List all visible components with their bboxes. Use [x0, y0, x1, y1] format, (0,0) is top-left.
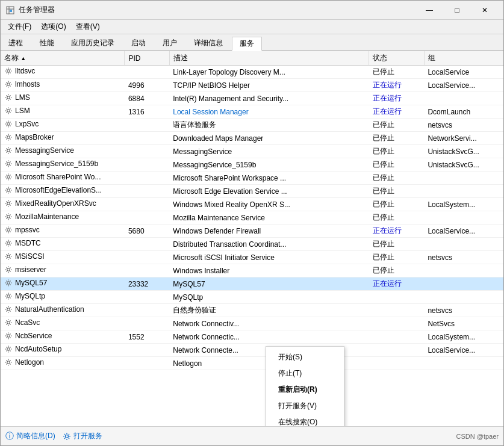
cell-desc: Distributed Transaction Coordinat...	[169, 238, 369, 251]
cell-group	[424, 357, 503, 370]
cell-group: DcomLaunch	[424, 105, 503, 119]
open-service-label[interactable]: 打开服务	[73, 431, 102, 441]
col-header-group[interactable]: 组	[424, 51, 503, 66]
cell-name: NcbService	[1, 330, 125, 344]
menu-view[interactable]: 查看(V)	[71, 20, 105, 34]
cell-pid	[125, 317, 169, 330]
svg-point-27	[65, 435, 68, 438]
cell-name: MSDTC	[1, 238, 125, 251]
minimize-button[interactable]: —	[415, 1, 443, 20]
cell-group: LocalService...	[424, 344, 503, 357]
cell-group: NetworkServi...	[424, 132, 503, 145]
context-menu-item-0[interactable]: 开始(S)	[266, 349, 344, 365]
cell-desc: Microsoft SharePoint Workspace ...	[169, 172, 369, 185]
table-row[interactable]: lmhosts4996TCP/IP NetBIOS Helper正在运行Loca…	[1, 79, 503, 92]
cell-desc: Microsoft Edge Elevation Service ...	[169, 185, 369, 198]
cell-status: 已停止	[369, 185, 425, 198]
cell-desc: Downloaded Maps Manager	[169, 132, 369, 145]
open-service-link[interactable]: 打开服务	[63, 431, 102, 441]
tab-performance[interactable]: 性能	[32, 36, 62, 50]
svg-point-14	[7, 202, 10, 205]
cell-desc: MySQLtp	[169, 291, 369, 304]
table-row[interactable]: MySQL5723332MySQL57正在运行	[1, 277, 503, 291]
cell-name: lmhosts	[1, 79, 125, 92]
cell-pid	[125, 304, 169, 317]
cell-status: 正在运行	[369, 92, 425, 105]
cell-pid	[125, 145, 169, 158]
table-row[interactable]: MozillaMaintenanceMozilla Maintenance Se…	[1, 211, 503, 225]
svg-point-23	[7, 321, 10, 324]
cell-pid: 1316	[125, 105, 169, 119]
cell-group: LocalSystem...	[424, 198, 503, 211]
cell-desc: Windows Mixed Reality OpenXR S...	[169, 198, 369, 211]
task-manager-window: 任务管理器 — □ ✕ 文件(F) 选项(O) 查看(V) 进程 性能 应用历史…	[0, 0, 504, 446]
table-row[interactable]: LMS6884Intel(R) Management and Security.…	[1, 92, 503, 105]
tab-services[interactable]: 服务	[232, 37, 262, 51]
col-header-desc[interactable]: 描述	[169, 51, 369, 66]
cell-group	[424, 185, 503, 198]
tab-app-history[interactable]: 应用历史记录	[63, 36, 122, 50]
cell-status: 已停止	[369, 264, 425, 277]
context-menu-item-2[interactable]: 重新启动(R)	[266, 382, 344, 398]
tab-details[interactable]: 详细信息	[186, 36, 231, 50]
table-row[interactable]: NaturalAuthentication自然身份验证netsvcs	[1, 304, 503, 317]
svg-point-17	[7, 242, 10, 244]
cell-desc: Intel(R) Management and Security...	[169, 92, 369, 105]
svg-point-20	[7, 282, 10, 284]
tab-startup[interactable]: 启动	[123, 36, 154, 50]
table-row[interactable]: NcbService1552Network Connectic...LocalS…	[1, 330, 503, 344]
cell-group: netsvcs	[424, 251, 503, 264]
cell-name: MySQLtp	[1, 291, 125, 304]
table-row[interactable]: lltdsvcLink-Layer Topology Discovery M..…	[1, 66, 503, 79]
tab-users[interactable]: 用户	[155, 36, 185, 50]
table-row[interactable]: MSiSCSIMicrosoft iSCSI Initiator Service…	[1, 251, 503, 264]
table-row[interactable]: LxpSvc语言体验服务已停止netsvcs	[1, 119, 503, 132]
table-row[interactable]: NcdAutoSetupNetwork Connecte...LocalServ…	[1, 344, 503, 357]
cell-name: MSiSCSI	[1, 251, 125, 264]
close-button[interactable]: ✕	[471, 1, 499, 20]
maximize-button[interactable]: □	[443, 1, 471, 20]
cell-group	[424, 264, 503, 277]
table-row[interactable]: MySQLtpMySQLtp	[1, 291, 503, 304]
cell-group: LocalService...	[424, 225, 503, 238]
svg-point-13	[7, 189, 10, 191]
table-row[interactable]: msiserverWindows Installer已停止	[1, 264, 503, 277]
brief-info-label[interactable]: 简略信息(D)	[16, 431, 55, 441]
table-row[interactable]: MicrosoftEdgeElevationS...Microsoft Edge…	[1, 185, 503, 198]
cell-name: LSM	[1, 105, 125, 119]
cell-name: NcaSvc	[1, 317, 125, 330]
brief-info-link[interactable]: ⓘ 简略信息(D)	[5, 431, 55, 442]
table-row[interactable]: MSDTCDistributed Transaction Coordinat..…	[1, 238, 503, 251]
menu-options[interactable]: 选项(O)	[36, 20, 70, 34]
table-row[interactable]: Microsoft SharePoint Wo...Microsoft Shar…	[1, 172, 503, 185]
table-scroll[interactable]: 名称 ▲ PID 描述 状态 组 lltdsvcLink-Layer Topol…	[1, 51, 503, 426]
cell-status: 已停止	[369, 119, 425, 132]
cell-status	[369, 291, 425, 304]
col-header-pid[interactable]: PID	[125, 51, 169, 66]
table-row[interactable]: MixedRealityOpenXRSvcWindows Mixed Reali…	[1, 198, 503, 211]
context-menu-item-1[interactable]: 停止(T)	[266, 365, 344, 382]
cell-pid	[125, 291, 169, 304]
svg-point-9	[7, 136, 10, 138]
table-row[interactable]: LSM1316Local Session Manager正在运行DcomLaun…	[1, 105, 503, 119]
table-row[interactable]: NcaSvcNetwork Connectiv...NetSvcs	[1, 317, 503, 330]
table-row[interactable]: MessagingServiceMessagingService已停止Unist…	[1, 145, 503, 158]
context-menu-item-4[interactable]: 在线搜索(O)	[266, 414, 344, 426]
table-row[interactable]: MapsBrokerDownloaded Maps Manager已停止Netw…	[1, 132, 503, 145]
cell-desc: Mozilla Maintenance Service	[169, 211, 369, 225]
cell-name: NaturalAuthentication	[1, 304, 125, 317]
table-row[interactable]: MessagingService_5159bMessagingService_5…	[1, 158, 503, 172]
svg-point-22	[7, 308, 10, 311]
cell-status	[369, 330, 425, 344]
menu-file[interactable]: 文件(F)	[3, 20, 36, 34]
context-menu-item-3[interactable]: 打开服务(V)	[266, 398, 344, 414]
table-row[interactable]: NetlogonNetlogon	[1, 357, 503, 370]
cell-group: UnistackSvcG...	[424, 145, 503, 158]
cell-status	[369, 317, 425, 330]
col-header-name[interactable]: 名称 ▲	[1, 51, 125, 66]
cell-desc: Network Connectiv...	[169, 317, 369, 330]
tab-process[interactable]: 进程	[1, 36, 31, 50]
table-row[interactable]: mpssvc5680Windows Defender Firewall正在运行L…	[1, 225, 503, 238]
cell-status: 已停止	[369, 198, 425, 211]
col-header-status[interactable]: 状态	[369, 51, 425, 66]
